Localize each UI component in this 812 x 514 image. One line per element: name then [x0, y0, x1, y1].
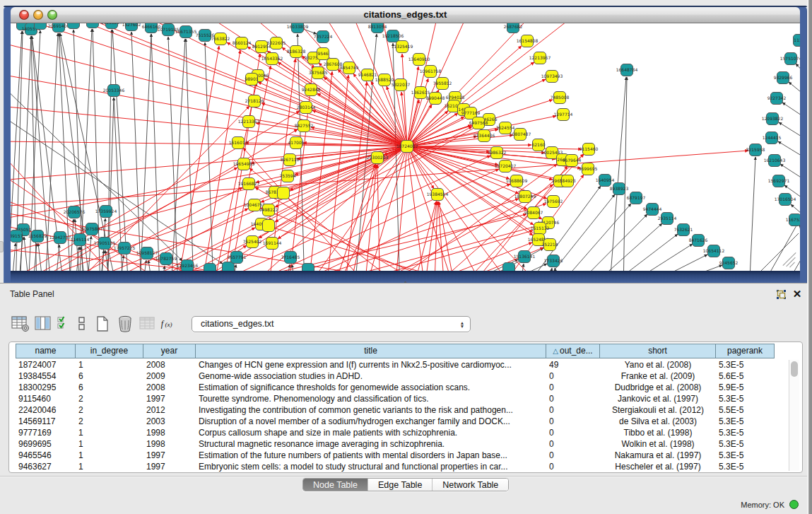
graph-node-label: 1244415: [763, 135, 782, 140]
graph-node-label: 20053346: [103, 88, 125, 93]
graph-node[interactable]: [302, 264, 314, 271]
column-header-year[interactable]: year: [143, 344, 196, 358]
graph-node-label: 9474444: [643, 206, 662, 211]
cell-short: Dudbridge et al. (2008): [603, 382, 713, 394]
graph-node[interactable]: [503, 263, 515, 271]
sidebar-collapse-handle[interactable]: [0, 241, 4, 252]
column-header-in_degree[interactable]: in_degree: [76, 344, 143, 358]
column-header-pagerank[interactable]: pagerank: [716, 344, 775, 358]
cell-in_degree: 1: [78, 439, 141, 450]
cell-out_de: 0: [549, 382, 597, 394]
graph-node-label: 1640954: [596, 177, 615, 182]
graph-node-label: 15692971: [768, 178, 790, 183]
column-header-title[interactable]: title: [196, 344, 546, 358]
close-panel-icon[interactable]: ✕: [792, 288, 803, 300]
graph-node-label: 10807487: [510, 132, 531, 136]
tab-edge-table[interactable]: Edge Table: [368, 479, 433, 491]
column-header-short[interactable]: short: [600, 344, 716, 358]
vertical-scrollbar[interactable]: [789, 360, 799, 471]
graph-node-label: 7986322: [488, 150, 507, 155]
cell-name: 9463627: [18, 462, 73, 473]
cell-in_degree: 2: [78, 416, 141, 428]
table-mode-icon[interactable]: [10, 313, 31, 334]
graph-node-label: 16648784: [616, 67, 638, 72]
column-header-out_de[interactable]: △out_de...: [546, 344, 600, 358]
table-selector-dropdown[interactable]: citations_edges.txt ▲▼: [192, 316, 471, 332]
tab-network-table[interactable]: Network Table: [433, 479, 508, 491]
cell-name: 14569117: [18, 416, 73, 428]
tab-node-table[interactable]: Node Table: [303, 479, 368, 491]
table-row[interactable]: 1830029562008Estimation of significance …: [12, 382, 772, 394]
cell-in_degree: 6: [78, 382, 141, 394]
delete-table-icon[interactable]: [114, 313, 136, 334]
graph-node-label: 1616073: [229, 140, 248, 145]
graph-node-label: 12213967: [529, 55, 551, 60]
function-builder-icon[interactable]: f (x): [160, 313, 177, 334]
table-panel-header: Table Panel ✕: [0, 284, 807, 305]
table-row[interactable]: 1456911722003Disruption of a novel membe…: [12, 416, 772, 428]
new-table-icon[interactable]: [92, 313, 113, 334]
cell-pagerank: 5.3E-5: [719, 360, 772, 371]
table-row[interactable]: 969969511998Structural magnetic resonanc…: [12, 439, 772, 450]
graph-node[interactable]: [204, 264, 216, 271]
cell-title: Genome-wide association studies in ADHD.: [199, 371, 543, 382]
graph-node-label: 417006: [288, 140, 305, 145]
graph-node-label: 1145114: [71, 237, 90, 242]
table-row[interactable]: 946362711997Embryonic stem cells: a mode…: [12, 462, 772, 473]
table-toolbar: f (x): [10, 311, 178, 337]
graph-node[interactable]: [278, 187, 290, 199]
network-canvas[interactable]: 1405571206914061065326715276026466160107…: [11, 23, 800, 271]
graph-node[interactable]: [68, 23, 80, 29]
window-titlebar[interactable]: citations_edges.txt: [11, 7, 800, 23]
graph-node-label: 10654112: [703, 248, 725, 253]
cell-pagerank: 5.6E-5: [719, 371, 772, 382]
graph-node[interactable]: [87, 23, 99, 28]
graph-nodes[interactable]: 1405571206914061065326715276026466160107…: [11, 23, 800, 271]
cell-out_de: 0: [549, 371, 597, 382]
graph-node[interactable]: [35, 23, 47, 30]
column-header-name[interactable]: name: [16, 344, 76, 358]
table-row[interactable]: 1872400712008Changes of HCN gene express…: [12, 360, 772, 371]
cell-title: Changes of HCN gene expression and I(f) …: [199, 360, 543, 371]
canvas-resize-grip[interactable]: [782, 252, 797, 268]
show-columns-icon[interactable]: [33, 313, 54, 334]
graph-node-label: 2718126: [245, 98, 264, 103]
table-row[interactable]: 1938455462009Genome-wide association stu…: [12, 371, 772, 382]
graph-node-label: 21364436: [473, 133, 495, 138]
graph-node-label: 8660124: [233, 40, 252, 45]
graph-node-label: 9546: [317, 51, 328, 56]
cell-title: Tourette syndrome. Phenomenology and cla…: [199, 394, 543, 405]
graph-node-label: 3875685: [309, 70, 328, 75]
cell-short: de Silva et al. (2003): [603, 416, 713, 428]
cell-out_de: 0: [549, 439, 597, 450]
import-table-icon[interactable]: [137, 313, 158, 334]
table-row[interactable]: 977716911998Corpus callosum shape and si…: [12, 428, 772, 439]
graph-node-label: 15751074: [780, 56, 800, 61]
cell-year: 2008: [146, 382, 193, 394]
graph-node-label: 1167533: [786, 217, 800, 222]
cell-pagerank: 5.3E-5: [719, 394, 772, 405]
graph-node-label: 1112: [794, 37, 800, 42]
network-graph[interactable]: 1405571206914061065326715276026466160107…: [11, 23, 800, 271]
table-row[interactable]: 946554611997Estimation of the future num…: [12, 450, 772, 462]
table-row[interactable]: 2242004622012Investigating the contribut…: [12, 405, 772, 416]
scrollbar-thumb[interactable]: [791, 361, 798, 377]
graph-node-label: 19384554: [427, 192, 449, 197]
select-all-icon[interactable]: [55, 313, 72, 334]
table-row[interactable]: 911546021997Tourette syndrome. Phenomeno…: [12, 394, 772, 405]
cell-short: Franke et al. (2009): [603, 371, 713, 382]
graph-node-label: 13640910: [408, 57, 430, 62]
graph-node-label: 15720407: [495, 163, 517, 168]
cell-in_degree: 2: [78, 405, 141, 416]
unselect-all-icon[interactable]: [73, 313, 90, 334]
cell-out_de: 0: [549, 405, 597, 416]
graph-node-label: 1691144: [263, 240, 282, 245]
cell-year: 1997: [146, 394, 193, 405]
graph-node-label: 19654985: [233, 161, 255, 166]
graph-node-label: 2687682: [504, 24, 523, 29]
graph-node[interactable]: [263, 220, 275, 232]
graph-node-label: 10653267: [101, 23, 123, 25]
float-panel-icon[interactable]: [775, 288, 787, 300]
cell-title: Structural magnetic resonance image aver…: [199, 439, 543, 450]
graph-node-label: 2935114: [658, 216, 677, 221]
